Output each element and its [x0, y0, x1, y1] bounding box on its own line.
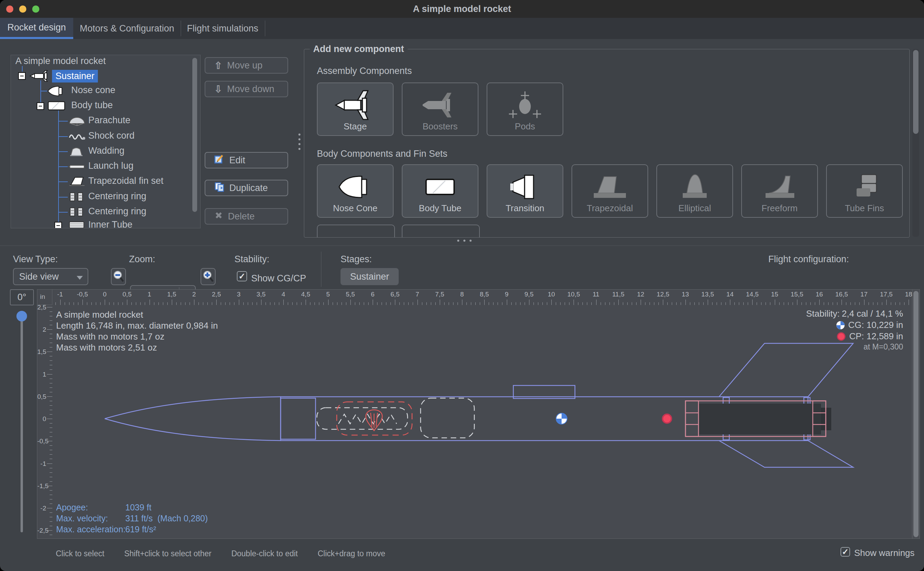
tree-scrollbar[interactable] [192, 58, 197, 212]
flight-stat-value: 619 ft/s² [125, 525, 156, 534]
tab-rocket-design[interactable]: Rocket design [0, 18, 73, 39]
move-up-button[interactable]: ⇧ Move up [205, 57, 288, 74]
tree-item-inner-tube[interactable]: Inner Tube [88, 219, 132, 228]
flight-stat-value: 1039 ft [125, 503, 151, 512]
tab-separator [265, 20, 265, 36]
show-cgcp-checkbox[interactable]: ✓ [237, 271, 247, 281]
cp-icon [837, 332, 845, 341]
tab-motors-configuration[interactable]: Motors & Configuration [73, 18, 181, 39]
tree-connector-line [58, 212, 68, 213]
rocket-info-line: Mass with no motors 1,7 oz [56, 331, 164, 342]
show-warnings-label: Show warnings [854, 548, 915, 558]
view-type-label: View Type: [13, 254, 58, 265]
toolbar-separator [321, 252, 321, 287]
delete-button[interactable]: Delete [205, 208, 288, 225]
tree-connector-line [58, 181, 68, 182]
interaction-hint: Double-click to edit [231, 549, 298, 558]
nose-cone-icon [317, 170, 393, 204]
splitter-divider [0, 245, 924, 246]
cg-marker [556, 413, 567, 424]
horizontal-splitter-handle[interactable] [457, 240, 471, 242]
arrow-up-icon: ⇧ [214, 60, 222, 71]
cp-readout: CP: 12,589 in [837, 331, 903, 342]
rocket-stage-icon [29, 70, 49, 83]
component-card-transition[interactable]: Transition [487, 164, 563, 218]
recovery-components [317, 398, 474, 438]
freeform-fin-icon [742, 170, 817, 204]
hint-bar: Click to selectShift+click to select oth… [56, 549, 385, 558]
flight-stat-label: Max. acceleration: [56, 525, 126, 534]
stage-toggle-sustainer[interactable]: Sustainer [340, 268, 399, 285]
tree-root-item[interactable]: A simple model rocket [15, 56, 106, 66]
centering-ring-icon [68, 207, 85, 219]
tree-item-parachute[interactable]: Parachute [88, 115, 130, 126]
add-component-scrollbar-track[interactable] [912, 49, 919, 237]
assembly-components-label: Assembly Components [317, 66, 412, 76]
tree-connector-line [58, 111, 59, 225]
flight-stat-label: Apogee: [56, 503, 88, 512]
shock-cord-icon [68, 131, 86, 143]
tree-expander[interactable] [18, 72, 26, 80]
tab-flight-simulations[interactable]: Flight simulations [181, 18, 265, 39]
zoom-out-button[interactable] [111, 268, 126, 285]
component-card-nose-cone[interactable]: Nose Cone [317, 164, 394, 218]
flight-stat-value: 311 ft/s (Mach 0,280) [125, 514, 208, 523]
cg-readout: CG: 10,229 in [836, 320, 903, 330]
add-component-scrollbar-thumb[interactable] [913, 50, 918, 134]
tree-connector-line [58, 121, 68, 122]
component-card-boosters[interactable]: Boosters [402, 82, 479, 136]
tree-expander[interactable] [54, 222, 62, 228]
rotation-slider-track[interactable] [20, 312, 23, 532]
tree-connector-line [58, 136, 68, 137]
tree-item-centering-ring[interactable]: Centering ring [88, 191, 146, 202]
edit-button[interactable]: Edit [205, 152, 288, 168]
duplicate-button[interactable]: Duplicate [205, 180, 288, 196]
tree-item-centering-ring[interactable]: Centering ring [88, 206, 146, 217]
nose-cone-icon [47, 85, 64, 98]
component-card-elliptical[interactable]: Elliptical [656, 164, 733, 218]
tree-item-body-tube[interactable]: Body tube [71, 100, 113, 111]
tree-connector-line [40, 91, 47, 91]
tree-item-launch-lug[interactable]: Launch lug [88, 160, 134, 171]
delete-cross-icon [214, 211, 223, 222]
trapezoidal-fin-icon [572, 170, 647, 204]
component-card-freeform[interactable]: Freeform [741, 164, 818, 218]
tree-item-trapezoidal-fin-set[interactable]: Trapezoidal fin set [88, 176, 163, 186]
transition-icon [487, 170, 563, 204]
rocket-info-line: A simple model rocket [56, 309, 143, 320]
inner-tube-icon [68, 220, 85, 228]
rotation-slider-knob[interactable] [17, 311, 27, 321]
tree-item-nose-cone[interactable]: Nose cone [71, 85, 116, 96]
component-tree-panel: A simple model rocketSustainerNose coneB… [11, 55, 200, 228]
tree-connector-line [58, 151, 68, 152]
move-down-button[interactable]: ⇩ Move down [205, 81, 288, 97]
shock-cord-outline [317, 408, 408, 429]
zoom-out-icon [112, 270, 124, 283]
component-card-stage[interactable]: Stage [317, 82, 394, 136]
tree-item-wadding[interactable]: Wadding [88, 145, 125, 156]
edit-pencil-icon [214, 154, 225, 167]
upper-fin-outline [719, 343, 853, 397]
component-card-trapezoidal[interactable]: Trapezoidal [571, 164, 648, 218]
vertical-splitter-handle[interactable] [299, 134, 300, 150]
boosters-icon [402, 88, 478, 122]
rotation-angle-field[interactable]: 0° [10, 289, 34, 306]
show-warnings-checkbox[interactable]: ✓ [841, 547, 850, 557]
tree-item-shock-cord[interactable]: Shock cord [88, 130, 134, 141]
component-card-tube-fins[interactable]: Tube Fins [826, 164, 903, 218]
rocket-info-line: Mass with motors 2,51 oz [56, 342, 157, 353]
tree-connector-line [22, 66, 23, 71]
viewport-scrollbar-thumb[interactable] [913, 291, 918, 537]
component-card-body-tube[interactable]: Body Tube [402, 164, 479, 218]
partial-card[interactable] [317, 225, 395, 237]
view-type-dropdown[interactable]: Side view [13, 268, 88, 285]
tree-item-sustainer[interactable]: Sustainer [52, 70, 98, 82]
rocket-design-viewport[interactable]: in [37, 289, 920, 539]
window-title: A simple model rocket [0, 0, 924, 18]
component-card-pods[interactable]: Pods [487, 82, 563, 136]
viewport-scrollbar-track[interactable] [912, 290, 919, 539]
launch-lug-icon [68, 161, 86, 173]
partial-card[interactable] [402, 225, 480, 237]
zoom-in-button[interactable] [200, 268, 216, 285]
tree-expander[interactable] [37, 102, 44, 110]
